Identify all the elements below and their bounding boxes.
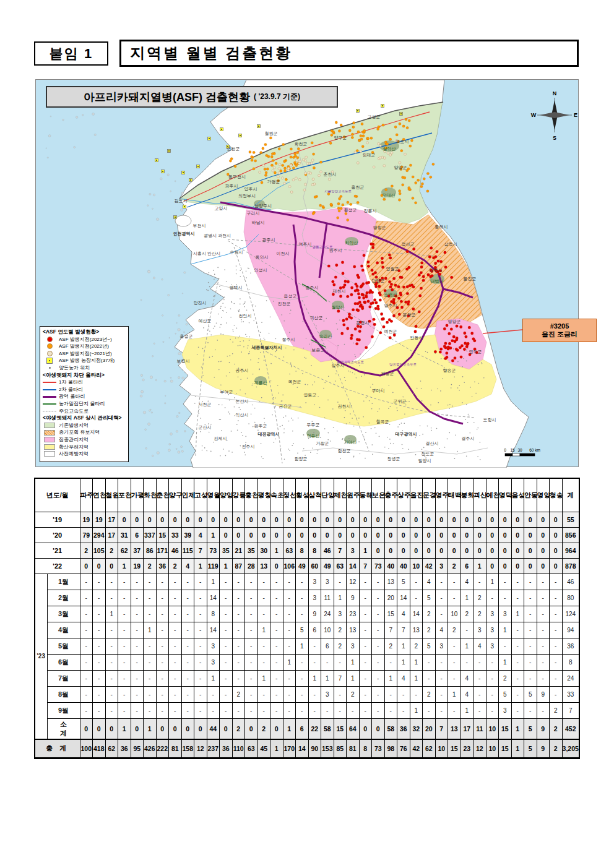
cell-0-20: 0 bbox=[334, 512, 347, 527]
cell-7-29: 2 bbox=[448, 622, 461, 638]
legend-line-icon bbox=[43, 382, 56, 383]
cell-14-4: 95 bbox=[131, 739, 144, 758]
svg-text:가평군: 가평군 bbox=[267, 179, 280, 184]
annotation-place: 울진 조금리 bbox=[542, 330, 577, 338]
cell-7-0: - bbox=[80, 622, 93, 638]
cell-7-7: - bbox=[169, 622, 182, 638]
cell-5-31: 2 bbox=[473, 590, 486, 606]
col-header-0: 파주 bbox=[80, 478, 93, 512]
cell-7-9: - bbox=[194, 622, 207, 638]
table-row-10: 7월----------1---1---1171--141---4--2----… bbox=[35, 670, 579, 686]
cell-12-15: - bbox=[270, 702, 283, 718]
cell-14-17: 14 bbox=[296, 739, 309, 758]
svg-text:치악산: 치악산 bbox=[345, 241, 358, 245]
cell-5-9: - bbox=[194, 590, 207, 606]
cell-7-5: 1 bbox=[144, 622, 157, 638]
svg-text:대전광역시: 대전광역시 bbox=[258, 432, 280, 437]
cell-6-16: - bbox=[283, 606, 296, 622]
map-title-box: 아프리카돼지열병(ASF) 검출현황 ( '23.9.7 기준) bbox=[46, 86, 338, 108]
cell-13-25: 36 bbox=[397, 718, 410, 739]
cell-14-31: 12 bbox=[473, 739, 486, 758]
cell-3-1: 0 bbox=[93, 558, 106, 574]
corner-header: 년도/월 bbox=[35, 478, 80, 512]
legend-item: ASF 발생 농장지점(37개) bbox=[43, 357, 126, 364]
cell-14-35: 5 bbox=[524, 739, 537, 758]
cell-13-18: 22 bbox=[308, 718, 321, 739]
cell-6-19: 24 bbox=[321, 606, 334, 622]
cell-14-30: 23 bbox=[460, 739, 473, 758]
cell-14-23: 73 bbox=[372, 739, 385, 758]
cell-8-1: - bbox=[93, 638, 106, 654]
cell-2-26: 0 bbox=[410, 543, 423, 558]
cell-12-6: - bbox=[156, 702, 169, 718]
cell-7-33: 1 bbox=[499, 622, 512, 638]
legend-line-icon bbox=[43, 389, 56, 390]
cell-2-33: 0 bbox=[499, 543, 512, 558]
svg-text:안동시: 안동시 bbox=[410, 335, 423, 340]
cell-14-37: 2 bbox=[550, 739, 563, 758]
cell-3-36: 0 bbox=[537, 558, 550, 574]
cell-12-37: 2 bbox=[550, 702, 563, 718]
svg-text:포항시: 포항시 bbox=[483, 418, 496, 422]
cell-13-9: 0 bbox=[194, 718, 207, 739]
cell-14-11: 36 bbox=[220, 739, 233, 758]
cell-12-29: - bbox=[448, 702, 461, 718]
cell-3-4: 19 bbox=[131, 558, 144, 574]
cell-9-19: - bbox=[321, 654, 334, 670]
cell-5-16: - bbox=[283, 590, 296, 606]
svg-text:15: 15 bbox=[510, 448, 515, 452]
col-header-14: 평창 bbox=[257, 478, 270, 512]
cell-11-2: - bbox=[105, 686, 118, 702]
year-23-label: '23 bbox=[35, 574, 47, 739]
svg-text:부천시: 부천시 bbox=[193, 223, 206, 228]
cell-11-10: - bbox=[207, 686, 220, 702]
legend-section-title-0: <ASF 연도별 발생현황> bbox=[43, 329, 126, 336]
col-header-15: 속초 bbox=[270, 478, 283, 512]
svg-text:단양군: 단양군 bbox=[372, 278, 385, 283]
svg-text:금산군: 금산군 bbox=[279, 404, 292, 408]
cell-7-17: 5 bbox=[296, 622, 309, 638]
cell-12-24: - bbox=[384, 702, 397, 718]
cell-7-32: 3 bbox=[486, 622, 499, 638]
cell-10-21: 1 bbox=[347, 670, 360, 686]
cell-9-2: - bbox=[105, 654, 118, 670]
cell-3-total: 878 bbox=[562, 558, 579, 574]
cell-0-23: 0 bbox=[372, 512, 385, 527]
svg-text:동해시: 동해시 bbox=[435, 225, 448, 229]
cell-5-27: 5 bbox=[423, 590, 436, 606]
cell-12-19: - bbox=[321, 702, 334, 718]
svg-text:보령시: 보령시 bbox=[177, 359, 190, 364]
cell-11-33: 5 bbox=[499, 686, 512, 702]
col-header-33: 영덕 bbox=[499, 478, 512, 512]
cell-10-7: - bbox=[169, 670, 182, 686]
cell-11-7: - bbox=[169, 686, 182, 702]
cell-0-6: 0 bbox=[156, 512, 169, 527]
cell-7-15: - bbox=[270, 622, 283, 638]
svg-text:파주시: 파주시 bbox=[225, 184, 238, 188]
cell-9-total: 8 bbox=[562, 654, 579, 670]
cell-4-10: 1 bbox=[207, 574, 220, 590]
cell-0-35: 0 bbox=[524, 512, 537, 527]
cell-12-16: - bbox=[283, 702, 296, 718]
cell-13-11: 0 bbox=[220, 718, 233, 739]
cell-11-27: 2 bbox=[423, 686, 436, 702]
cell-3-25: 40 bbox=[397, 558, 410, 574]
cell-13-36: 9 bbox=[537, 718, 550, 739]
row-label-0: '19 bbox=[35, 512, 80, 527]
cell-9-28: - bbox=[435, 654, 448, 670]
cell-10-2: - bbox=[105, 670, 118, 686]
cell-10-29: - bbox=[448, 670, 461, 686]
cell-8-16: - bbox=[283, 638, 296, 654]
cell-10-0: - bbox=[80, 670, 93, 686]
cell-3-22: 7 bbox=[359, 558, 372, 574]
cell-10-28: - bbox=[435, 670, 448, 686]
cell-1-14: 0 bbox=[257, 527, 270, 543]
cell-0-24: 0 bbox=[384, 512, 397, 527]
cell-1-15: 0 bbox=[270, 527, 283, 543]
cell-2-21: 3 bbox=[347, 543, 360, 558]
cell-4-37: - bbox=[550, 574, 563, 590]
svg-text:완주군: 완주군 bbox=[254, 424, 267, 428]
cell-12-32: - bbox=[486, 702, 499, 718]
cell-6-18: 9 bbox=[308, 606, 321, 622]
cell-3-19: 49 bbox=[321, 558, 334, 574]
